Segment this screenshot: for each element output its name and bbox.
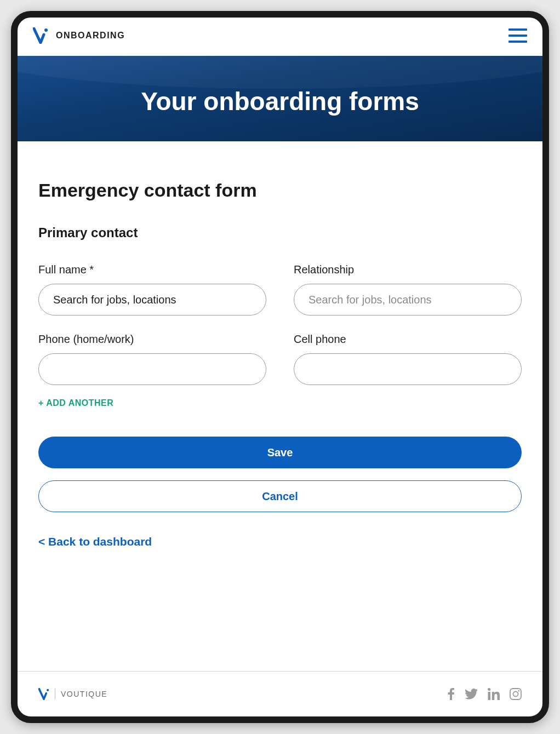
- menu-icon[interactable]: [508, 28, 527, 43]
- app-header: ONBOARDING: [18, 18, 542, 56]
- instagram-icon[interactable]: [510, 688, 522, 700]
- cancel-button[interactable]: Cancel: [38, 480, 522, 512]
- svg-rect-2: [510, 689, 521, 699]
- linkedin-icon[interactable]: [488, 688, 500, 700]
- svg-point-3: [513, 692, 518, 697]
- hero-title: Your onboarding forms: [28, 87, 532, 116]
- social-icons: [447, 688, 522, 700]
- logo-icon: [33, 27, 48, 44]
- field-grid: Full name * Relationship Phone (home/wor…: [38, 263, 522, 385]
- back-to-dashboard-link[interactable]: < Back to dashboard: [38, 535, 152, 548]
- footer-divider: [55, 689, 55, 699]
- svg-point-0: [44, 28, 48, 32]
- hero-banner: Your onboarding forms: [18, 56, 542, 141]
- add-another-button[interactable]: + ADD ANOTHER: [38, 398, 113, 408]
- phone-home-work-input[interactable]: [38, 353, 266, 385]
- form-title: Emergency contact form: [38, 180, 522, 201]
- field-full-name: Full name *: [38, 263, 266, 316]
- main-content: Emergency contact form Primary contact F…: [18, 141, 542, 671]
- cell-phone-label: Cell phone: [294, 333, 522, 346]
- relationship-label: Relationship: [294, 263, 522, 276]
- cell-phone-input[interactable]: [294, 353, 522, 385]
- form-actions: Save Cancel: [38, 437, 522, 512]
- relationship-input[interactable]: [294, 284, 522, 316]
- field-relationship: Relationship: [294, 263, 522, 316]
- full-name-label: Full name *: [38, 263, 266, 276]
- field-phone-home-work: Phone (home/work): [38, 333, 266, 385]
- save-button[interactable]: Save: [38, 437, 522, 468]
- footer-logo-icon: [38, 688, 49, 700]
- footer: VOUTIQUE: [18, 671, 542, 716]
- svg-point-4: [518, 690, 520, 692]
- full-name-input[interactable]: [38, 284, 266, 316]
- facebook-icon[interactable]: [447, 688, 455, 700]
- svg-point-1: [47, 689, 49, 691]
- section-title: Primary contact: [38, 225, 522, 240]
- twitter-icon[interactable]: [465, 689, 478, 699]
- field-cell-phone: Cell phone: [294, 333, 522, 385]
- phone-home-work-label: Phone (home/work): [38, 333, 266, 346]
- header-title: ONBOARDING: [56, 31, 125, 41]
- footer-brand: VOUTIQUE: [61, 690, 107, 698]
- footer-left: VOUTIQUE: [38, 688, 107, 700]
- device-frame: ONBOARDING Your onboarding forms Emergen…: [11, 11, 549, 723]
- header-left: ONBOARDING: [33, 27, 125, 44]
